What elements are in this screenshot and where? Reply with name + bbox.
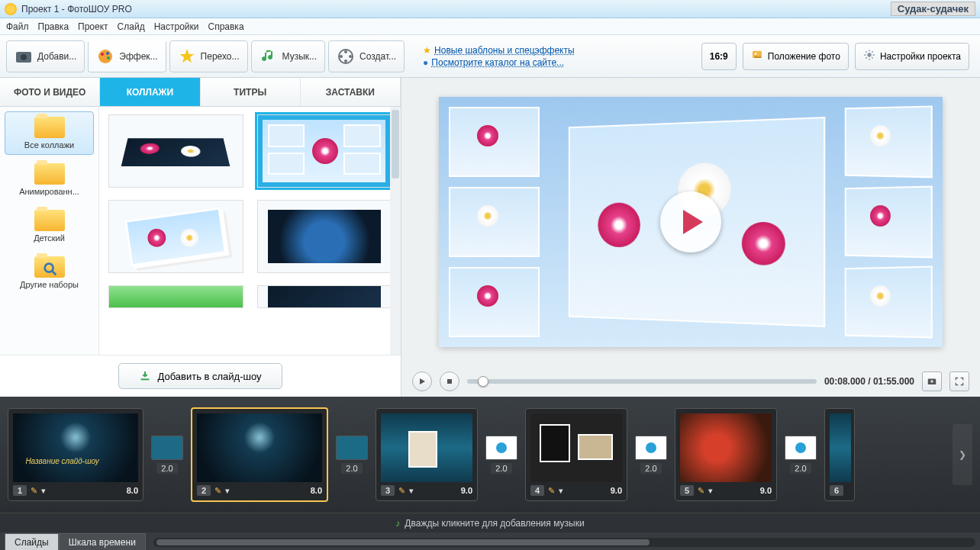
stop-button[interactable] [440, 371, 459, 391]
photo-position-label: Положение фото [768, 51, 840, 62]
gear-icon [863, 49, 875, 63]
tab-titles[interactable]: ТИТРЫ [201, 78, 301, 106]
slide-number: 6 [830, 485, 843, 496]
slide-duration: 8.0 [127, 486, 138, 495]
dropdown-icon[interactable]: ▾ [409, 486, 414, 496]
play-overlay-button[interactable] [660, 191, 721, 252]
add-to-slideshow-button[interactable]: Добавить в слайд-шоу [118, 363, 282, 389]
template-thumb[interactable] [108, 285, 243, 308]
timeline-slide[interactable]: 6 [824, 408, 855, 501]
fullscreen-button[interactable] [949, 371, 969, 391]
menubar: Файл Правка Проект Слайд Настройки Справ… [0, 18, 980, 35]
pencil-icon[interactable]: ✎ [31, 486, 37, 496]
main-area: ФОТО И ВИДЕО КОЛЛАЖИ ТИТРЫ ЗАСТАВКИ Все … [0, 78, 980, 397]
snapshot-button[interactable] [922, 371, 942, 391]
music-track[interactable]: ♪ Дважды кликните для добавления музыки [0, 513, 980, 532]
add-button[interactable]: Добави... [6, 40, 85, 72]
timeline-slide[interactable]: 4✎▾9.0 [525, 408, 627, 501]
svg-point-13 [867, 53, 871, 56]
svg-point-1 [21, 54, 27, 60]
svg-point-9 [344, 60, 347, 63]
slide-number: 3 [381, 485, 395, 496]
pencil-icon[interactable]: ✎ [548, 486, 555, 496]
timeline-slide[interactable]: 5✎▾9.0 [675, 408, 777, 501]
folder-icon [34, 210, 65, 231]
transition[interactable]: 2.0 [151, 436, 183, 474]
player-controls: 00:08.000 / 01:55.000 [401, 366, 980, 397]
seek-track[interactable] [467, 379, 817, 384]
transition[interactable]: 2.0 [336, 436, 368, 474]
pencil-icon[interactable]: ✎ [398, 486, 405, 496]
app-icon [5, 3, 17, 15]
create-button[interactable]: Создат... [328, 40, 405, 72]
slide-duration: 9.0 [611, 486, 622, 495]
template-thumb[interactable] [257, 200, 392, 273]
templates-scrollbar[interactable] [390, 107, 401, 355]
timeline-slide-selected[interactable]: 2✎▾8.0 [191, 407, 328, 502]
transition-duration: 2.0 [491, 463, 511, 474]
menu-settings[interactable]: Настройки [154, 21, 199, 32]
svg-point-12 [754, 53, 756, 55]
menu-slide[interactable]: Слайд [118, 21, 145, 32]
pencil-icon[interactable]: ✎ [214, 486, 221, 496]
tab-slides-view[interactable]: Слайды [5, 533, 59, 550]
timeline: Название слайд-шоу 1✎▾8.0 2.0 2✎▾8.0 2.0… [0, 397, 980, 513]
slide-number: 2 [197, 485, 211, 496]
timeline-next-button[interactable]: ❯ [953, 424, 972, 485]
template-thumb-selected[interactable] [257, 114, 392, 188]
dropdown-icon[interactable]: ▾ [559, 486, 563, 496]
download-icon [139, 370, 151, 382]
transitions-button[interactable]: Перехо... [169, 40, 248, 72]
timeline-scrollbar[interactable] [153, 538, 975, 547]
effects-label: Эффек... [119, 51, 157, 62]
template-thumb[interactable] [257, 285, 392, 308]
side-other-label: Другие наборы [20, 280, 79, 289]
effects-button[interactable]: Эффек... [88, 40, 166, 72]
transition[interactable]: 2.0 [635, 436, 667, 474]
titlebar: Проект 1 - ФотоШОУ PRO Судак-судачек [0, 0, 980, 18]
side-anim-label: Анимированн... [19, 187, 79, 196]
menu-edit[interactable]: Правка [38, 21, 69, 32]
transition[interactable]: 2.0 [785, 436, 817, 474]
music-note-icon: ♪ [395, 518, 400, 529]
templates-link[interactable]: Новые шаблоны и спецэффекты [434, 45, 575, 56]
music-hint-label: Дважды кликните для добавления музыки [405, 518, 584, 529]
timeline-slide[interactable]: 3✎▾9.0 [376, 408, 478, 501]
dropdown-icon[interactable]: ▾ [225, 486, 230, 496]
music-button[interactable]: Музык... [251, 40, 326, 72]
side-other[interactable]: Другие наборы [5, 251, 94, 294]
svg-point-7 [344, 50, 347, 53]
aspect-button[interactable]: 16:9 [701, 43, 737, 70]
preview-pane: 00:08.000 / 01:55.000 [401, 78, 980, 397]
menu-help[interactable]: Справка [208, 21, 243, 32]
side-kids[interactable]: Детский [5, 204, 94, 248]
transition[interactable]: 2.0 [485, 436, 517, 474]
menu-project[interactable]: Проект [78, 21, 108, 32]
slide-number: 4 [530, 485, 544, 496]
timeline-slide[interactable]: Название слайд-шоу 1✎▾8.0 [8, 408, 143, 501]
tab-splash[interactable]: ЗАСТАВКИ [301, 78, 401, 106]
side-all-collages[interactable]: Все коллажи [5, 111, 94, 155]
catalog-link[interactable]: Посмотрите каталог на сайте... [431, 57, 564, 68]
menu-file[interactable]: Файл [6, 21, 29, 32]
tab-timeline-view[interactable]: Шкала времени [59, 533, 146, 550]
project-settings-label: Настройки проекта [880, 51, 961, 62]
library-pane: ФОТО И ВИДЕО КОЛЛАЖИ ТИТРЫ ЗАСТАВКИ Все … [0, 78, 401, 397]
play-button[interactable] [412, 371, 432, 391]
globe-icon: ● [423, 57, 428, 68]
pencil-icon[interactable]: ✎ [698, 486, 704, 496]
side-animated[interactable]: Анимированн... [5, 158, 94, 201]
tab-collages[interactable]: КОЛЛАЖИ [100, 78, 200, 106]
seek-handle[interactable] [478, 376, 488, 387]
main-toolbar: Добави... Эффек... Перехо... Музык... Со… [0, 35, 980, 78]
palette-icon [96, 47, 114, 66]
template-thumb[interactable] [108, 114, 243, 188]
dropdown-icon[interactable]: ▾ [708, 486, 713, 496]
project-settings-button[interactable]: Настройки проекта [855, 43, 969, 70]
dropdown-icon[interactable]: ▾ [41, 486, 46, 496]
template-thumb[interactable] [108, 200, 243, 273]
tab-photo-video[interactable]: ФОТО И ВИДЕО [0, 78, 100, 106]
time-display: 00:08.000 / 01:55.000 [824, 376, 914, 387]
timeline-view-tabs: Слайды Шкала времени [0, 532, 980, 550]
photo-position-button[interactable]: Положение фото [743, 43, 849, 70]
